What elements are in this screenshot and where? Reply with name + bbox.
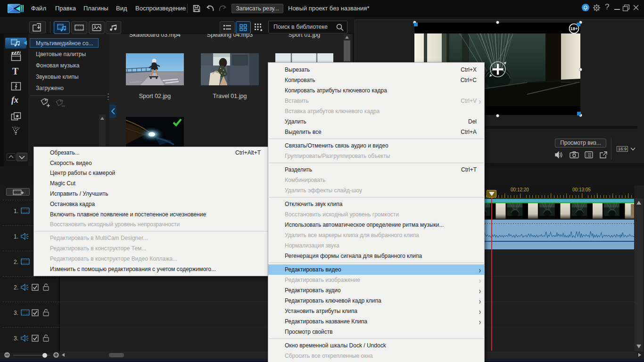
svg-text:18+: 18+	[570, 26, 578, 31]
